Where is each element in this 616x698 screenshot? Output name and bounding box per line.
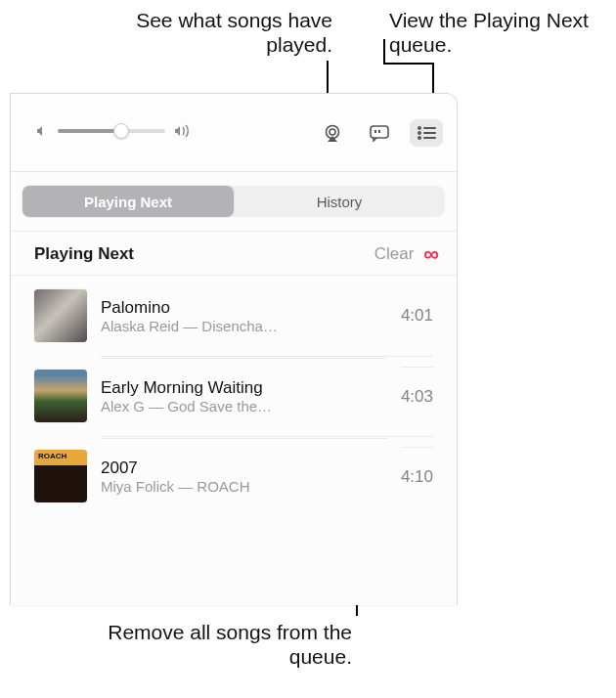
- segmented-control-row: Playing Next History: [11, 172, 457, 231]
- volume-high-icon: [173, 123, 193, 139]
- tab-playing-next[interactable]: Playing Next: [22, 186, 234, 217]
- album-art: [34, 289, 87, 342]
- queue-row-meta: Palomino Alaska Reid — Disencha…: [101, 279, 387, 354]
- svg-point-1: [330, 129, 335, 135]
- callout-queue: View the Playing Next queue.: [389, 8, 614, 57]
- queue-row[interactable]: 2007 Miya Folick — ROACH 4:10: [11, 436, 457, 516]
- svg-point-3: [418, 126, 421, 130]
- queue-list: Palomino Alaska Reid — Disencha… 4:01 Ea…: [11, 276, 457, 516]
- volume-track[interactable]: [58, 129, 165, 133]
- queue-history-segmented: Playing Next History: [22, 186, 445, 217]
- section-title: Playing Next: [34, 244, 374, 264]
- svg-point-7: [418, 136, 421, 140]
- queue-button[interactable]: [410, 119, 443, 147]
- track-subtitle: Miya Folick — ROACH: [101, 478, 387, 495]
- track-duration: 4:03: [401, 367, 433, 426]
- toolbar: [11, 94, 457, 172]
- queue-panel: Playing Next History Playing Next Clear …: [10, 93, 458, 605]
- track-duration: 4:10: [401, 447, 433, 506]
- album-art: [34, 370, 87, 422]
- svg-rect-8: [423, 137, 436, 139]
- callout-line: [383, 63, 434, 65]
- queue-icon: [417, 126, 436, 140]
- airplay-button[interactable]: [316, 119, 349, 147]
- playing-next-header: Playing Next Clear ∞: [11, 231, 457, 276]
- track-title: Palomino: [101, 298, 387, 318]
- queue-row[interactable]: Early Morning Waiting Alex G — God Save …: [11, 356, 457, 436]
- track-title: Early Morning Waiting: [101, 378, 387, 398]
- lyrics-icon: [369, 124, 390, 142]
- track-subtitle: Alex G — God Save the…: [101, 398, 387, 414]
- track-title: 2007: [101, 458, 387, 478]
- track-duration: 4:01: [401, 286, 433, 345]
- callout-history: See what songs have played.: [108, 8, 332, 57]
- album-art: [34, 450, 87, 502]
- autoplay-infinity-button[interactable]: ∞: [423, 243, 439, 265]
- queue-row[interactable]: Palomino Alaska Reid — Disencha… 4:01: [11, 276, 457, 356]
- lyrics-button[interactable]: [363, 119, 396, 147]
- airplay-icon: [322, 124, 343, 142]
- callout-line: [383, 39, 385, 63]
- volume-low-icon: [34, 123, 50, 139]
- svg-rect-6: [423, 132, 436, 134]
- track-subtitle: Alaska Reid — Disencha…: [101, 318, 387, 334]
- callout-clear: Remove all songs from the queue.: [98, 620, 352, 669]
- queue-row-meta: Early Morning Waiting Alex G — God Save …: [101, 358, 387, 434]
- clear-button[interactable]: Clear: [374, 244, 415, 264]
- volume-knob[interactable]: [113, 123, 129, 139]
- tab-history[interactable]: History: [234, 186, 445, 217]
- volume-fill: [58, 129, 117, 133]
- svg-point-5: [418, 131, 421, 135]
- queue-row-meta: 2007 Miya Folick — ROACH: [101, 438, 387, 514]
- volume-slider[interactable]: [34, 123, 193, 139]
- svg-rect-4: [423, 127, 436, 129]
